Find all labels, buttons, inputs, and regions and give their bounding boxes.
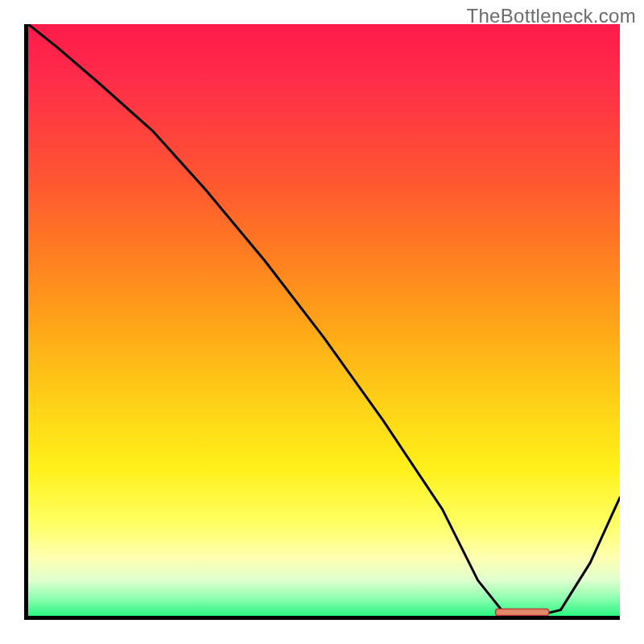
chart-svg: [28, 24, 620, 616]
plot-area: [24, 24, 620, 620]
chart-container: TheBottleneck.com: [0, 0, 644, 644]
bottleneck-curve-line: [28, 24, 620, 616]
optimal-range-marker: [496, 609, 549, 616]
